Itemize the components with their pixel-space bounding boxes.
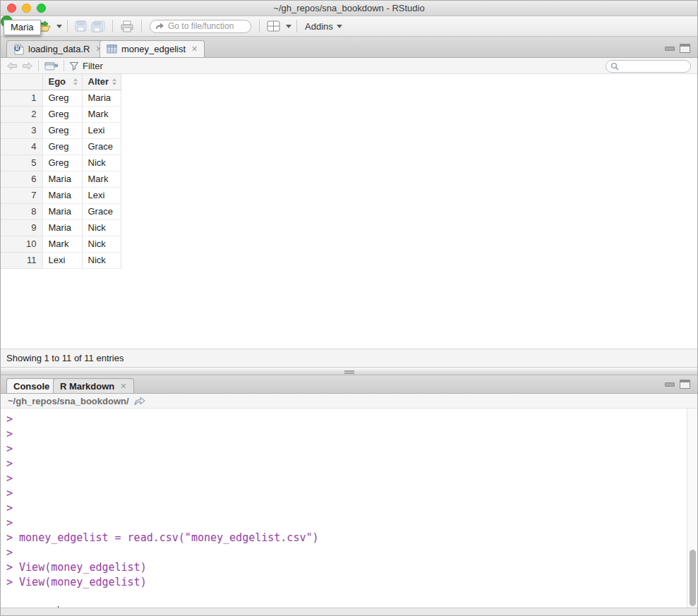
table-row[interactable]: 5 Greg Nick bbox=[1, 155, 121, 171]
console-prompt-line[interactable]: > bbox=[6, 590, 697, 605]
table-search-input[interactable] bbox=[622, 61, 686, 71]
alter-cell[interactable]: Lexi bbox=[82, 122, 121, 138]
alter-cell[interactable]: Nick bbox=[82, 236, 121, 252]
column-header-alter[interactable]: Alter bbox=[82, 74, 121, 90]
ego-cell[interactable]: Greg bbox=[42, 90, 82, 106]
goto-directory-icon[interactable] bbox=[134, 397, 145, 406]
save-all-button[interactable] bbox=[89, 19, 107, 34]
console-tab-bar: Console R Markdown ✕ bbox=[1, 375, 697, 394]
column-label: Ego bbox=[49, 76, 66, 87]
printer-icon bbox=[120, 20, 134, 32]
ego-cell[interactable]: Greg bbox=[42, 138, 82, 155]
svg-text:R: R bbox=[16, 45, 20, 52]
tab-loading-data[interactable]: R loading_data.R ✕ bbox=[6, 40, 109, 57]
row-number-cell: 7 bbox=[1, 187, 42, 203]
ego-cell[interactable]: Maria bbox=[42, 187, 82, 203]
table-status-bar: Showing 1 to 11 of 11 entries bbox=[1, 349, 697, 367]
goto-file-search[interactable] bbox=[150, 20, 251, 33]
ego-cell[interactable]: Maria bbox=[42, 171, 82, 187]
tab-console[interactable]: Console bbox=[6, 378, 56, 393]
alter-cell[interactable]: Grace bbox=[82, 138, 121, 155]
close-tab-icon[interactable]: ✕ bbox=[120, 382, 126, 391]
zoom-window-button[interactable] bbox=[37, 4, 46, 13]
filter-button[interactable]: Filter bbox=[83, 61, 103, 71]
back-button[interactable] bbox=[6, 61, 18, 71]
filter-icon[interactable] bbox=[69, 61, 79, 71]
minimize-pane-icon[interactable] bbox=[665, 382, 675, 387]
working-directory-path: ~/gh_repos/sna_bookdown/ bbox=[8, 396, 129, 406]
sort-icon[interactable] bbox=[112, 78, 116, 85]
console-line: > bbox=[6, 442, 697, 457]
alter-cell[interactable]: Mark bbox=[82, 106, 121, 122]
save-icon bbox=[75, 20, 87, 32]
toolbar-separator bbox=[141, 20, 142, 32]
ego-cell[interactable]: Mark bbox=[42, 236, 82, 252]
table-row[interactable]: 7 Maria Lexi bbox=[1, 187, 121, 203]
ego-cell[interactable]: Maria bbox=[42, 203, 82, 219]
alter-cell[interactable]: Mark bbox=[82, 171, 121, 187]
row-number-header bbox=[1, 74, 42, 90]
row-number-cell: 10 bbox=[1, 236, 42, 252]
splitter-grip-icon[interactable] bbox=[344, 370, 354, 374]
workspace-panes-button[interactable] bbox=[265, 19, 282, 33]
console-line: > View(money_edgelist) bbox=[6, 560, 697, 575]
tab-r-markdown[interactable]: R Markdown ✕ bbox=[53, 378, 134, 393]
console-line: > money_edgelist = read.csv("money_edgel… bbox=[6, 531, 697, 545]
console-line: > bbox=[6, 457, 697, 471]
table-row[interactable]: 8 Maria Grace bbox=[1, 203, 121, 219]
forward-button[interactable] bbox=[22, 61, 33, 71]
ego-cell[interactable]: Greg bbox=[42, 106, 82, 122]
column-header-ego[interactable]: Ego bbox=[42, 74, 82, 90]
pane-splitter[interactable] bbox=[1, 367, 697, 375]
alter-cell[interactable]: Maria bbox=[82, 90, 121, 106]
alter-cell[interactable]: Nick bbox=[82, 155, 121, 171]
alter-cell[interactable]: Grace bbox=[82, 203, 121, 219]
open-recent-caret-icon[interactable] bbox=[56, 25, 62, 28]
table-row[interactable]: 1 Greg Maria bbox=[1, 90, 121, 106]
row-number-cell: 2 bbox=[1, 106, 42, 122]
open-in-new-window-button[interactable] bbox=[44, 60, 59, 71]
tab-label: loading_data.R bbox=[28, 44, 90, 54]
alter-cell[interactable]: Lexi bbox=[82, 187, 121, 203]
console-scrollbar[interactable] bbox=[687, 409, 697, 608]
tab-money-edgelist[interactable]: money_edgelist ✕ bbox=[100, 40, 205, 57]
tab-label: Console bbox=[13, 381, 49, 392]
close-tab-icon[interactable]: ✕ bbox=[191, 44, 198, 54]
save-all-icon bbox=[91, 20, 105, 32]
sort-icon[interactable] bbox=[73, 78, 78, 85]
table-search-box[interactable] bbox=[606, 60, 691, 73]
ego-cell[interactable]: Lexi bbox=[42, 252, 82, 268]
table-row[interactable]: 9 Maria Nick bbox=[1, 219, 121, 236]
row-number-cell: 5 bbox=[1, 155, 42, 171]
table-row[interactable]: 3 Greg Lexi bbox=[1, 122, 121, 138]
scrollbar-thumb[interactable] bbox=[690, 550, 696, 606]
data-grid: Ego Alter 1 bbox=[1, 74, 697, 347]
window-title: ~/gh_repos/sna_bookdown - RStudio bbox=[1, 3, 697, 13]
minimize-pane-icon[interactable] bbox=[665, 47, 675, 51]
alter-cell[interactable]: Nick bbox=[82, 219, 121, 236]
ego-cell[interactable]: Greg bbox=[42, 122, 82, 138]
console-output[interactable]: > > > > > > > > > money_edgelist = read.… bbox=[1, 409, 697, 608]
column-label: Alter bbox=[88, 76, 109, 87]
minimize-window-button[interactable] bbox=[22, 4, 31, 13]
table-row[interactable]: 10 Mark Nick bbox=[1, 236, 121, 252]
maximize-pane-icon[interactable] bbox=[680, 44, 690, 53]
table-row[interactable]: 2 Greg Mark bbox=[1, 106, 121, 122]
close-window-button[interactable] bbox=[7, 4, 16, 13]
toolbar-separator bbox=[38, 60, 39, 71]
table-row[interactable]: 11 Lexi Nick bbox=[1, 252, 121, 268]
table-row[interactable]: 4 Greg Grace bbox=[1, 138, 121, 155]
table-row[interactable]: 6 Maria Mark bbox=[1, 171, 121, 187]
addins-menu[interactable]: Addins bbox=[302, 20, 345, 33]
goto-file-input[interactable] bbox=[168, 21, 246, 31]
panes-caret-icon[interactable] bbox=[286, 25, 291, 28]
maximize-pane-icon[interactable] bbox=[680, 380, 690, 389]
tab-label: money_edgelist bbox=[121, 44, 186, 54]
ego-cell[interactable]: Greg bbox=[42, 155, 82, 171]
save-button[interactable] bbox=[73, 19, 89, 33]
alter-cell[interactable]: Nick bbox=[82, 252, 121, 268]
ego-cell[interactable]: Maria bbox=[42, 219, 82, 236]
toolbar-separator bbox=[67, 20, 68, 32]
print-button[interactable] bbox=[118, 19, 136, 34]
table-header-row: Ego Alter bbox=[1, 74, 121, 90]
